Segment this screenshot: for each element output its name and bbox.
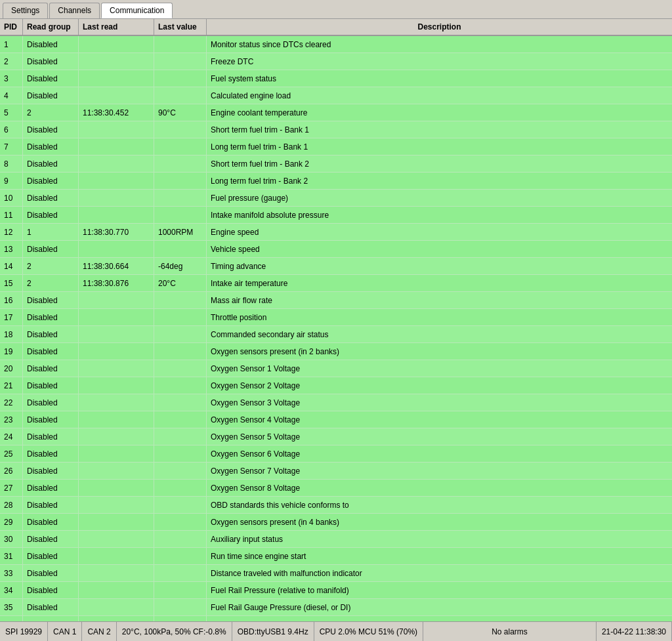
table-row[interactable]: 15211:38:30.87620°CIntake air temperatur… <box>0 275 672 292</box>
main-content: PID Read group Last read Last value Desc… <box>0 19 672 621</box>
table-row[interactable]: 36DisabledOxygen Sensor 1 Air Fuel Ratio <box>0 616 672 621</box>
status-can1[interactable]: CAN 1 <box>48 622 82 641</box>
cell-last-read <box>79 377 154 394</box>
status-cpu: CPU 2.0% MCU 51% (70%) <box>314 622 423 641</box>
cell-last-value <box>154 155 207 172</box>
table-row[interactable]: 20DisabledOxygen Sensor 1 Voltage <box>0 360 672 377</box>
cell-pid: 29 <box>0 514 23 530</box>
table-row[interactable]: 10DisabledFuel pressure (gauge) <box>0 190 672 207</box>
table-row[interactable]: 29DisabledOxygen sensors present (in 4 b… <box>0 514 672 531</box>
table-row[interactable]: 3DisabledFuel system status <box>0 70 672 87</box>
cell-read-group: Disabled <box>23 497 79 513</box>
cell-pid: 9 <box>0 173 23 189</box>
cell-last-value <box>154 309 207 325</box>
table-row[interactable]: 25DisabledOxygen Sensor 6 Voltage <box>0 445 672 463</box>
cell-description: Oxygen Sensor 3 Voltage <box>207 394 672 411</box>
cell-last-value <box>154 53 207 70</box>
table-row[interactable]: 7DisabledLong term fuel trim - Bank 1 <box>0 138 672 155</box>
table-row[interactable]: 12111:38:30.7701000RPMEngine speed <box>0 224 672 241</box>
cell-last-read <box>79 155 154 172</box>
cell-description: Auxiliary input status <box>207 531 672 547</box>
cell-pid: 14 <box>0 258 23 274</box>
table-row[interactable]: 16DisabledMass air flow rate <box>0 292 672 309</box>
cell-last-read <box>79 53 154 70</box>
cell-read-group: Disabled <box>23 599 79 615</box>
table-row[interactable]: 1DisabledMonitor status since DTCs clear… <box>0 36 672 53</box>
table-row[interactable]: 27DisabledOxygen Sensor 8 Voltage <box>0 480 672 497</box>
table-row[interactable]: 28DisabledOBD standards this vehicle con… <box>0 497 672 514</box>
status-bar: SPI 19929CAN 1CAN 220°C, 100kPa, 50% CF:… <box>0 621 672 641</box>
table-row[interactable]: 14211:38:30.664-64degTiming advance <box>0 258 672 275</box>
cell-pid: 30 <box>0 531 23 547</box>
header-pid: PID <box>0 19 23 35</box>
cell-description: Oxygen Sensor 5 Voltage <box>207 428 672 445</box>
cell-pid: 15 <box>0 275 23 291</box>
cell-description: Freeze DTC <box>207 53 672 70</box>
status-sensor: 20°C, 100kPa, 50% CF:-0.8% <box>117 622 232 641</box>
cell-last-value <box>154 121 207 138</box>
table-row[interactable]: 24DisabledOxygen Sensor 5 Voltage <box>0 428 672 445</box>
cell-description: Mass air flow rate <box>207 292 672 308</box>
cell-last-read: 11:38:30.664 <box>79 258 154 274</box>
cell-last-read <box>79 360 154 377</box>
cell-last-value <box>154 582 207 598</box>
cell-last-value <box>154 531 207 547</box>
cell-last-value: 1000RPM <box>154 224 207 240</box>
cell-description: OBD standards this vehicle conforms to <box>207 497 672 513</box>
table-row[interactable]: 13DisabledVehicle speed <box>0 241 672 258</box>
cell-last-read <box>79 616 154 621</box>
table-row[interactable]: 19DisabledOxygen sensors present (in 2 b… <box>0 343 672 360</box>
cell-read-group: Disabled <box>23 582 79 598</box>
cell-read-group: 1 <box>23 224 79 240</box>
cell-description: Commanded secondary air status <box>207 326 672 342</box>
cell-read-group: Disabled <box>23 565 79 581</box>
cell-read-group: Disabled <box>23 207 79 223</box>
table-row[interactable]: 34DisabledFuel Rail Pressure (relative t… <box>0 582 672 599</box>
table-row[interactable]: 5211:38:30.45290°CEngine coolant tempera… <box>0 104 672 121</box>
table-row[interactable]: 21DisabledOxygen Sensor 2 Voltage <box>0 377 672 394</box>
cell-read-group: Disabled <box>23 292 79 308</box>
cell-description: Intake manifold absolute pressure <box>207 207 672 223</box>
table-row[interactable]: 22DisabledOxygen Sensor 3 Voltage <box>0 394 672 411</box>
cell-last-value <box>154 190 207 206</box>
cell-read-group: 2 <box>23 104 79 121</box>
table-row[interactable]: 26DisabledOxygen Sensor 7 Voltage <box>0 463 672 480</box>
table-row[interactable]: 31DisabledRun time since engine start <box>0 548 672 565</box>
table-row[interactable]: 8DisabledShort term fuel trim - Bank 2 <box>0 155 672 173</box>
table-row[interactable]: 17DisabledThrottle position <box>0 309 672 326</box>
table-row[interactable]: 33DisabledDistance traveled with malfunc… <box>0 565 672 582</box>
cell-pid: 31 <box>0 548 23 564</box>
table-row[interactable]: 6DisabledShort term fuel trim - Bank 1 <box>0 121 672 138</box>
cell-read-group: Disabled <box>23 394 79 411</box>
table-row[interactable]: 11DisabledIntake manifold absolute press… <box>0 207 672 224</box>
table-row[interactable]: 4DisabledCalculated engine load <box>0 87 672 104</box>
cell-last-value <box>154 428 207 445</box>
cell-pid: 18 <box>0 326 23 342</box>
table-row[interactable]: 35DisabledFuel Rail Gauge Pressure (dies… <box>0 599 672 616</box>
cell-last-value <box>154 377 207 394</box>
cell-read-group: Disabled <box>23 411 79 428</box>
table-body[interactable]: 1DisabledMonitor status since DTCs clear… <box>0 36 672 621</box>
cell-description: Oxygen Sensor 7 Voltage <box>207 463 672 479</box>
status-can2[interactable]: CAN 2 <box>82 622 116 641</box>
cell-pid: 11 <box>0 207 23 223</box>
table-row[interactable]: 30DisabledAuxiliary input status <box>0 531 672 548</box>
table-row[interactable]: 23DisabledOxygen Sensor 4 Voltage <box>0 411 672 428</box>
cell-last-value <box>154 292 207 308</box>
cell-description: Oxygen Sensor 1 Air Fuel Ratio <box>207 616 672 621</box>
cell-pid: 7 <box>0 138 23 155</box>
cell-read-group: 2 <box>23 258 79 274</box>
cell-read-group: Disabled <box>23 309 79 325</box>
cell-last-read: 11:38:30.876 <box>79 275 154 291</box>
tab-settings[interactable]: Settings <box>3 3 48 18</box>
tab-channels[interactable]: Channels <box>49 3 100 18</box>
cell-description: Timing advance <box>207 258 672 274</box>
table-row[interactable]: 9DisabledLong term fuel trim - Bank 2 <box>0 173 672 190</box>
cell-last-read <box>79 599 154 615</box>
cell-last-value <box>154 411 207 428</box>
cell-last-read <box>79 531 154 547</box>
table-row[interactable]: 2DisabledFreeze DTC <box>0 53 672 70</box>
tab-communication[interactable]: Communication <box>101 3 173 18</box>
cell-pid: 20 <box>0 360 23 377</box>
table-row[interactable]: 18DisabledCommanded secondary air status <box>0 326 672 343</box>
